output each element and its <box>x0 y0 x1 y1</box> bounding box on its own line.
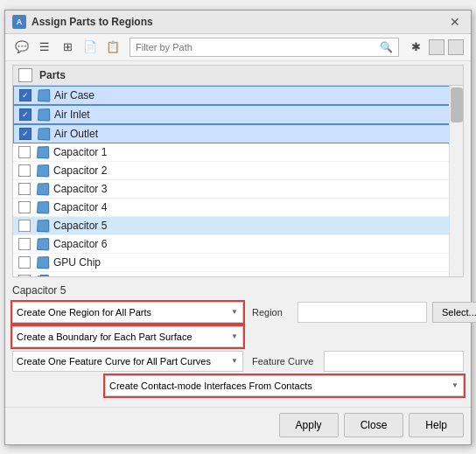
boundary-dropdown[interactable]: Create a Boundary for Each Part Surface <box>12 326 243 347</box>
parts-list[interactable]: Air Case Air Inlet Air Outlet <box>12 85 464 277</box>
feature-curve-control-row: Create One Feature Curve for All Part Cu… <box>12 351 464 372</box>
selected-part-label: Capacitor 5 <box>5 281 471 298</box>
apply-button[interactable]: Apply <box>279 413 339 437</box>
part-name: Heatsink Block <box>53 275 122 277</box>
region-label: Region <box>248 307 292 318</box>
search-box: 🔍 <box>130 38 399 57</box>
table-row[interactable]: Capacitor 6 <box>13 235 463 254</box>
part-cube-icon <box>37 127 51 141</box>
close-button[interactable]: Close <box>344 413 404 437</box>
table-row[interactable]: Capacitor 4 <box>13 199 463 217</box>
square-icon-1[interactable] <box>429 39 444 55</box>
part-cube-icon <box>36 182 50 196</box>
row-checkbox[interactable] <box>19 108 32 121</box>
grid-icon[interactable]: ⊞ <box>58 38 77 57</box>
row-checkbox[interactable] <box>18 164 31 177</box>
part-name: Capacitor 5 <box>53 220 107 232</box>
search-icon: 🔍 <box>380 41 393 53</box>
window-title: Assign Parts to Regions <box>32 16 153 28</box>
part-cube-icon <box>36 145 50 159</box>
clipboard-icon[interactable]: 📋 <box>103 38 122 57</box>
part-name: Capacitor 2 <box>53 164 107 177</box>
bottom-controls: Create One Region for All Parts Region S… <box>5 298 471 407</box>
part-cube-icon <box>36 237 50 251</box>
row-checkbox[interactable] <box>18 220 31 232</box>
boundary-dropdown-wrapper: Create a Boundary for Each Part Surface <box>12 326 243 347</box>
title-bar: A Assign Parts to Regions ✕ <box>5 10 471 34</box>
part-cube-icon <box>37 108 51 122</box>
table-row[interactable]: Capacitor 1 <box>13 143 463 162</box>
table-row[interactable]: Air Case <box>13 86 463 105</box>
row-checkbox[interactable] <box>19 128 32 140</box>
list-icon[interactable]: ☰ <box>35 38 54 57</box>
table-row[interactable]: GPU Chip <box>13 254 463 272</box>
region-text-input[interactable] <box>298 302 427 323</box>
interface-control-row: Create Contact-mode Interfaces From Cont… <box>12 375 464 396</box>
search-input[interactable] <box>136 42 380 52</box>
parts-list-inner: Air Case Air Inlet Air Outlet <box>13 86 463 277</box>
row-checkbox[interactable] <box>18 275 31 277</box>
interface-dropdown-wrapper: Create Contact-mode Interfaces From Cont… <box>105 375 464 396</box>
part-name: GPU Chip <box>53 256 101 269</box>
window-icon: A <box>12 15 26 29</box>
table-row[interactable]: Heatsink Block <box>13 272 463 277</box>
close-button[interactable]: ✕ <box>446 15 464 29</box>
region-control-row: Create One Region for All Parts Region S… <box>12 302 464 323</box>
part-name: Capacitor 4 <box>53 201 107 213</box>
feature-curve-dropdown-wrapper: Create One Feature Curve for All Part Cu… <box>12 351 243 372</box>
row-checkbox[interactable] <box>18 238 31 250</box>
table-row[interactable]: Capacitor 5 <box>13 217 463 235</box>
row-checkbox[interactable] <box>18 183 31 195</box>
region-dropdown[interactable]: Create One Region for All Parts <box>12 302 243 323</box>
chat-icon[interactable]: 💬 <box>12 38 32 57</box>
row-checkbox[interactable] <box>19 89 32 101</box>
doc-icon[interactable]: 📄 <box>80 38 100 57</box>
parts-column-header: Parts <box>39 69 66 81</box>
part-name: Capacitor 3 <box>53 183 107 195</box>
feature-curve-label: Feature Curve <box>248 356 318 367</box>
content-area: Parts Air Case Air Inlet <box>5 61 471 281</box>
part-cube-icon <box>36 200 50 214</box>
square-icon-2[interactable] <box>448 39 464 55</box>
part-name: Air Outlet <box>54 128 98 140</box>
region-dropdown-wrapper: Create One Region for All Parts <box>12 302 243 323</box>
table-row[interactable]: Air Inlet <box>13 105 463 124</box>
table-row[interactable]: Capacitor 3 <box>13 180 463 199</box>
row-checkbox[interactable] <box>18 146 31 158</box>
help-button[interactable]: Help <box>409 413 464 437</box>
feature-curve-dropdown[interactable]: Create One Feature Curve for All Part Cu… <box>12 351 243 372</box>
table-row[interactable]: Capacitor 2 <box>13 162 463 180</box>
region-select-button[interactable]: Select... <box>432 302 476 323</box>
table-header: Parts <box>12 65 464 85</box>
part-name: Capacitor 6 <box>53 238 107 250</box>
part-cube-icon <box>36 274 50 277</box>
part-cube-icon <box>37 88 51 102</box>
part-cube-icon <box>36 255 50 269</box>
part-cube-icon <box>36 164 50 178</box>
feature-curve-text-input[interactable] <box>324 351 464 372</box>
row-checkbox[interactable] <box>18 256 31 269</box>
part-name: Air Case <box>54 89 94 101</box>
footer-buttons: Apply Close Help <box>5 407 471 444</box>
interface-dropdown[interactable]: Create Contact-mode Interfaces From Cont… <box>105 375 464 396</box>
scrollbar[interactable] <box>449 86 463 276</box>
row-checkbox[interactable] <box>18 201 31 213</box>
main-window: A Assign Parts to Regions ✕ 💬 ☰ ⊞ 📄 📋 🔍 … <box>4 10 472 445</box>
toolbar: 💬 ☰ ⊞ 📄 📋 🔍 ✱ <box>5 34 471 61</box>
boundary-control-row: Create a Boundary for Each Part Surface <box>12 326 464 347</box>
part-name: Air Inlet <box>54 108 90 121</box>
header-checkbox[interactable] <box>18 68 32 82</box>
asterisk-icon[interactable]: ✱ <box>406 38 425 57</box>
part-name: Capacitor 1 <box>53 146 107 158</box>
part-cube-icon <box>36 219 50 233</box>
table-row[interactable]: Air Outlet <box>13 124 463 143</box>
